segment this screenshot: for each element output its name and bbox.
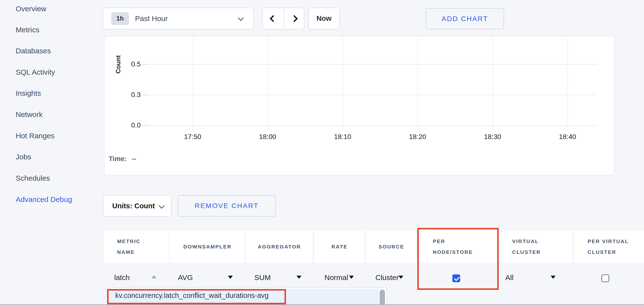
chevron-down-icon bbox=[158, 203, 164, 209]
virtual-cluster-select[interactable]: All bbox=[505, 272, 514, 284]
gridline-x-1750 bbox=[192, 36, 193, 130]
gridline-y-0.5 bbox=[146, 64, 597, 65]
sidebar-item-hot-ranges[interactable]: Hot Ranges bbox=[16, 130, 54, 142]
time-readout-label: Time: bbox=[108, 155, 127, 163]
remove-chart-button[interactable]: REMOVE CHART bbox=[178, 195, 276, 217]
y-tick-label: 0.0 bbox=[115, 121, 141, 129]
triangle-down-icon[interactable] bbox=[228, 276, 233, 279]
header-virtual-cluster: VIRTUAL CLUSTER bbox=[499, 231, 572, 263]
triangle-down-icon[interactable] bbox=[551, 276, 556, 279]
sidebar-item-overview[interactable]: Overview bbox=[16, 3, 46, 15]
source-select[interactable]: Cluster bbox=[376, 272, 399, 284]
aggregator-select[interactable]: SUM bbox=[254, 272, 271, 284]
x-tick-label: 17:50 bbox=[176, 133, 210, 141]
chevron-down-icon bbox=[238, 15, 244, 21]
triangle-up-icon[interactable] bbox=[152, 275, 156, 278]
x-tick-label: 18:10 bbox=[326, 133, 360, 141]
sidebar-item-insights[interactable]: Insights bbox=[16, 87, 41, 99]
sidebar-item-network[interactable]: Network bbox=[16, 109, 43, 120]
y-tick-label: 0.3 bbox=[115, 91, 141, 99]
y-tick-mark bbox=[142, 64, 146, 65]
add-chart-button[interactable]: ADD CHART bbox=[426, 8, 504, 29]
units-select-label: Units: Count bbox=[112, 202, 155, 210]
x-tick-label: 18:40 bbox=[550, 133, 585, 141]
header-downsampler: DOWNSAMPLER bbox=[170, 231, 244, 263]
triangle-down-icon[interactable] bbox=[398, 276, 403, 279]
time-nav-group bbox=[262, 7, 304, 29]
gridline-y-0.0 bbox=[146, 125, 597, 126]
gridline-x-1810 bbox=[342, 36, 343, 130]
header-per-virtual-cluster: PER VIRTUAL CLUSTER bbox=[574, 231, 644, 263]
x-tick-label: 18:20 bbox=[400, 133, 435, 141]
header-per-node-store: PER NODE/STORE bbox=[420, 231, 497, 263]
gridline-x-1840 bbox=[568, 36, 568, 130]
triangle-down-icon[interactable] bbox=[349, 276, 354, 279]
sidebar-item-metrics[interactable]: Metrics bbox=[16, 24, 40, 36]
chevron-left-icon bbox=[270, 15, 276, 22]
sidebar-item-advanced-debug[interactable]: Advanced Debug bbox=[16, 194, 72, 205]
gridline-y-0.3 bbox=[146, 95, 597, 95]
metric-suggestion-text[interactable]: kv.concurrency.latch_conflict_wait_durat… bbox=[115, 292, 268, 300]
prev-time-button[interactable] bbox=[263, 8, 284, 29]
y-tick-label: 0.5 bbox=[115, 60, 141, 68]
header-rate: RATE bbox=[315, 231, 364, 263]
chart-card bbox=[104, 36, 614, 176]
suggestion-scrollbar-thumb[interactable] bbox=[380, 290, 385, 305]
triangle-down-icon[interactable] bbox=[296, 276, 302, 279]
now-button[interactable]: Now bbox=[308, 7, 340, 29]
sidebar-item-sql-activity[interactable]: SQL Activity bbox=[16, 66, 55, 78]
next-time-button[interactable] bbox=[284, 8, 304, 29]
header-metric-name: METRIC NAME bbox=[104, 231, 169, 263]
sidebar-item-jobs[interactable]: Jobs bbox=[16, 151, 31, 163]
time-readout-value: -- bbox=[132, 155, 136, 163]
sidebar-item-databases[interactable]: Databases bbox=[16, 45, 51, 57]
header-source: SOURCE bbox=[366, 231, 416, 263]
per-virtual-cluster-checkbox[interactable] bbox=[601, 275, 609, 282]
gridline-x-1830 bbox=[492, 36, 493, 130]
per-node-store-checkbox[interactable] bbox=[452, 275, 460, 282]
downsampler-select[interactable]: AVG bbox=[178, 272, 193, 284]
time-range-label: Past Hour bbox=[135, 14, 168, 23]
gridline-x-1800 bbox=[268, 36, 268, 130]
y-tick-mark bbox=[142, 95, 146, 95]
gridline-x-1820 bbox=[418, 36, 418, 130]
units-select[interactable]: Units: Count bbox=[103, 195, 172, 217]
header-aggregator: AGGREGATOR bbox=[246, 231, 313, 263]
x-tick-label: 18:00 bbox=[250, 133, 285, 141]
advanced-debug-custom-chart-page: Overview Metrics Databases SQL Activity … bbox=[0, 0, 644, 305]
metric-name-input[interactable]: latch bbox=[114, 272, 130, 284]
time-range-badge: 1h bbox=[111, 12, 129, 25]
chevron-right-icon bbox=[291, 15, 298, 22]
time-readout: Time: -- bbox=[108, 155, 136, 163]
y-tick-mark bbox=[142, 125, 146, 126]
time-range-select[interactable]: 1h Past Hour bbox=[103, 7, 254, 29]
x-tick-label: 18:30 bbox=[476, 133, 510, 141]
sidebar-item-schedules[interactable]: Schedules bbox=[16, 172, 50, 184]
rate-select[interactable]: Normal bbox=[324, 272, 348, 284]
